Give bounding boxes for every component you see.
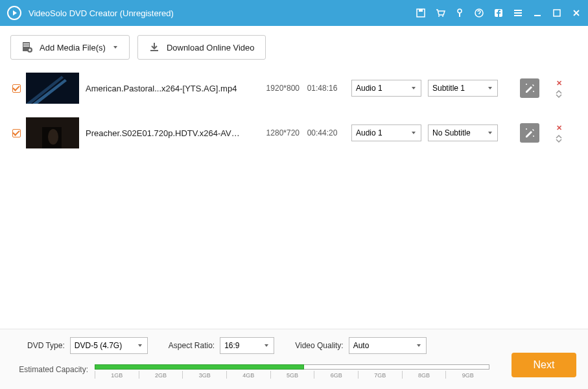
add-file-icon [21, 41, 33, 53]
edit-button[interactable] [520, 78, 539, 98]
delete-icon[interactable]: ✕ [556, 79, 562, 88]
capacity-bar-fill [95, 364, 304, 370]
subtitle-value: No Subtitle [432, 128, 471, 137]
svg-rect-18 [23, 46, 29, 47]
app-title: VideoSolo DVD Creator (Unregistered) [29, 8, 416, 18]
capacity-tick: 1GB [95, 371, 139, 379]
capacity-label: Estimated Capacity: [10, 365, 88, 374]
edit-button[interactable] [520, 123, 539, 143]
filename-label: Preacher.S02E01.720p.HDTV.x264-AVS.mkv [86, 128, 248, 138]
media-row: Preacher.S02E01.720p.HDTV.x264-AVS.mkv 1… [6, 111, 582, 156]
chevron-down-icon [487, 85, 493, 91]
svg-rect-3 [419, 9, 423, 12]
download-video-label: Download Online Video [167, 43, 255, 53]
aspect-ratio-value: 16:9 [224, 341, 239, 350]
download-video-button[interactable]: Download Online Video [137, 35, 266, 60]
capacity-tick: 5GB [270, 371, 314, 379]
capacity-tick: 2GB [139, 371, 183, 379]
capacity-bar: 1GB2GB3GB4GB5GB6GB7GB8GB9GB [95, 362, 489, 377]
svg-rect-16 [23, 43, 29, 44]
chevron-down-icon [487, 130, 493, 136]
filename-label: American.Pastoral...x264-[YTS.AG].mp4 [86, 84, 248, 93]
svg-point-27 [526, 128, 527, 130]
chevron-down-icon [137, 342, 143, 349]
svg-rect-12 [514, 15, 522, 16]
video-quality-value: Auto [353, 341, 370, 350]
maximize-icon[interactable] [552, 8, 562, 18]
row-checkbox[interactable] [12, 84, 21, 93]
row-actions: ✕ [546, 79, 572, 98]
aspect-ratio-label: Aspect Ratio: [169, 341, 215, 350]
add-media-button[interactable]: Add Media File(s) [10, 35, 130, 60]
resolution-label: 1280*720 [248, 128, 300, 137]
svg-point-5 [442, 16, 443, 17]
facebook-icon[interactable] [493, 8, 504, 18]
capacity-tick: 4GB [226, 371, 270, 379]
video-quality-label: Video Quality: [295, 341, 344, 350]
svg-point-26 [48, 129, 58, 145]
capacity-ticks: 1GB2GB3GB4GB5GB6GB7GB8GB9GB [95, 371, 489, 379]
help-icon[interactable] [474, 8, 484, 18]
svg-rect-14 [554, 10, 560, 16]
video-thumbnail[interactable] [26, 73, 79, 104]
row-checkbox-wrap [6, 129, 26, 137]
svg-point-23 [533, 91, 534, 92]
app-logo [6, 5, 22, 21]
toolbar: Add Media File(s) Download Online Video [0, 26, 588, 66]
svg-rect-11 [514, 12, 522, 14]
save-icon[interactable] [416, 8, 426, 18]
duration-label: 00:44:20 [300, 128, 345, 137]
svg-rect-17 [23, 45, 29, 45]
resolution-label: 1920*800 [248, 84, 300, 93]
chevron-down-icon [410, 85, 417, 91]
media-row: American.Pastoral...x264-[YTS.AG].mp4 19… [6, 66, 582, 111]
close-icon[interactable] [571, 8, 582, 18]
next-button[interactable]: Next [512, 353, 576, 377]
audio-select[interactable]: Audio 1 [351, 124, 421, 141]
dvd-type-select[interactable]: DVD-5 (4.7G) [70, 337, 148, 354]
cart-icon[interactable] [435, 8, 445, 18]
media-list: American.Pastoral...x264-[YTS.AG].mp4 19… [0, 66, 588, 329]
titlebar: VideoSolo DVD Creator (Unregistered) [0, 0, 588, 26]
svg-rect-7 [459, 13, 460, 17]
reorder-handle[interactable] [555, 135, 563, 143]
key-icon[interactable] [454, 8, 465, 18]
svg-point-4 [438, 16, 440, 17]
menu-icon[interactable] [513, 8, 523, 18]
svg-point-6 [458, 9, 462, 13]
chevron-down-icon [263, 342, 270, 349]
delete-icon[interactable]: ✕ [556, 124, 562, 132]
titlebar-icons [416, 8, 582, 18]
reorder-handle[interactable] [555, 90, 563, 98]
video-thumbnail[interactable] [26, 117, 79, 148]
capacity-tick: 9GB [445, 371, 489, 379]
svg-point-28 [533, 136, 534, 137]
audio-value: Audio 1 [356, 128, 382, 137]
audio-value: Audio 1 [356, 84, 382, 93]
svg-rect-20 [150, 50, 158, 51]
svg-point-22 [526, 84, 527, 85]
capacity-tick: 3GB [182, 371, 226, 379]
capacity-tick: 7GB [358, 371, 402, 379]
aspect-ratio-select[interactable]: 16:9 [220, 337, 274, 354]
next-col: Next [500, 353, 588, 389]
video-quality-select[interactable]: Auto [349, 337, 427, 354]
subtitle-select[interactable]: No Subtitle [428, 124, 498, 141]
duration-label: 01:48:16 [300, 84, 345, 93]
chevron-down-icon [410, 130, 417, 136]
capacity-tick: 6GB [314, 371, 358, 379]
audio-select[interactable]: Audio 1 [351, 80, 421, 97]
subtitle-value: Subtitle 1 [432, 84, 465, 93]
add-media-label: Add Media File(s) [40, 43, 106, 53]
minimize-icon[interactable] [532, 8, 543, 18]
chevron-down-icon [112, 44, 119, 51]
capacity-row: Estimated Capacity: 1GB2GB3GB4GB5GB6GB7G… [0, 359, 500, 389]
subtitle-select[interactable]: Subtitle 1 [428, 80, 498, 97]
row-checkbox-wrap [6, 84, 26, 93]
output-settings: DVD Type: DVD-5 (4.7G) Aspect Ratio: 16:… [0, 329, 500, 359]
dvd-type-value: DVD-5 (4.7G) [75, 341, 122, 350]
svg-rect-10 [514, 10, 522, 11]
dvd-type-label: DVD Type: [27, 341, 65, 350]
chevron-down-icon [416, 342, 422, 349]
row-checkbox[interactable] [12, 129, 21, 137]
